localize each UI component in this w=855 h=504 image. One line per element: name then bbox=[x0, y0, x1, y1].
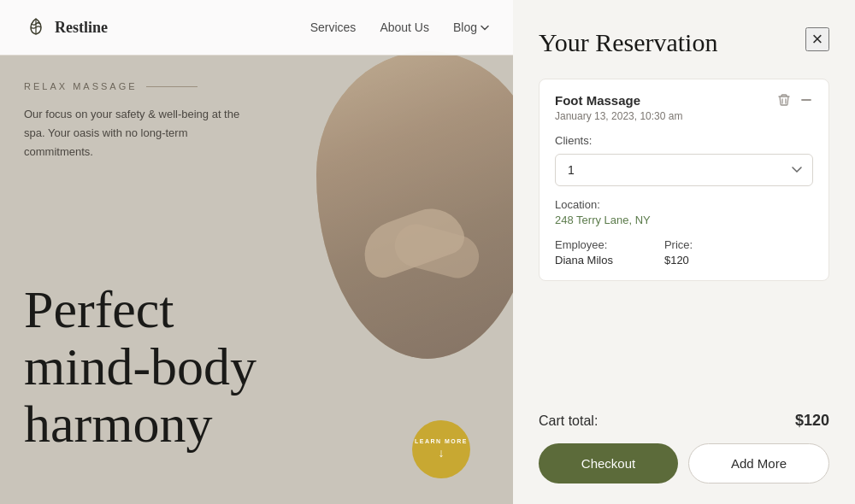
panel-header: Your Reservation × bbox=[539, 27, 829, 58]
close-button[interactable]: × bbox=[805, 27, 829, 51]
logo[interactable]: Restline bbox=[24, 15, 108, 39]
arrow-down-icon: ↓ bbox=[439, 447, 445, 460]
hero-description: Our focus on your safety & well-being at… bbox=[24, 105, 246, 161]
price-value: $120 bbox=[664, 254, 693, 267]
action-buttons: Checkout Add More bbox=[539, 443, 829, 483]
cart-total-label: Cart total: bbox=[539, 413, 598, 429]
service-card: Foot Massage January 13, 2023, 10:30 am … bbox=[539, 79, 829, 281]
reservation-panel: Your Reservation × Foot Massage January … bbox=[513, 0, 855, 504]
chevron-down-icon bbox=[481, 25, 489, 31]
hero-title: Perfect mind-body harmony bbox=[24, 281, 256, 453]
clients-label: Clients: bbox=[555, 134, 813, 147]
price-label: Price: bbox=[664, 238, 693, 251]
learn-more-badge[interactable]: LEARN MORE ↓ bbox=[412, 420, 470, 478]
employee-price-row: Employee: Diana Milos Price: $120 bbox=[555, 238, 813, 267]
trash-icon[interactable] bbox=[777, 93, 791, 110]
navigation: Restline Services About Us Blog bbox=[0, 0, 513, 56]
cart-total-row: Cart total: $120 bbox=[539, 396, 829, 430]
background-website: Restline Services About Us Blog RELAX MA… bbox=[0, 0, 513, 504]
checkout-button[interactable]: Checkout bbox=[539, 443, 678, 483]
cart-total-amount: $120 bbox=[795, 412, 829, 430]
nav-link-services[interactable]: Services bbox=[310, 21, 357, 34]
employee-label: Employee: bbox=[555, 238, 613, 251]
hero-content: RELAX MASSAGE Our focus on your safety &… bbox=[0, 56, 513, 161]
nav-link-blog[interactable]: Blog bbox=[453, 21, 489, 34]
nav-link-about[interactable]: About Us bbox=[380, 21, 429, 34]
location-label: Location: bbox=[555, 198, 813, 211]
logo-icon bbox=[24, 15, 48, 39]
logo-text: Restline bbox=[55, 19, 108, 37]
employee-value: Diana Milos bbox=[555, 254, 613, 267]
learn-more-text: LEARN MORE bbox=[415, 438, 468, 444]
clients-select[interactable]: 1 2 3 4 5 bbox=[555, 154, 813, 186]
panel-title: Your Reservation bbox=[539, 27, 717, 58]
nav-links: Services About Us Blog bbox=[310, 21, 489, 34]
service-date: January 13, 2023, 10:30 am bbox=[555, 110, 682, 122]
location-row: Location: 248 Terry Lane, NY bbox=[555, 198, 813, 226]
relax-label: RELAX MASSAGE bbox=[24, 81, 489, 91]
minus-icon[interactable] bbox=[799, 93, 813, 110]
service-name: Foot Massage bbox=[555, 93, 682, 108]
add-more-button[interactable]: Add More bbox=[688, 443, 829, 483]
location-value: 248 Terry Lane, NY bbox=[555, 214, 813, 226]
